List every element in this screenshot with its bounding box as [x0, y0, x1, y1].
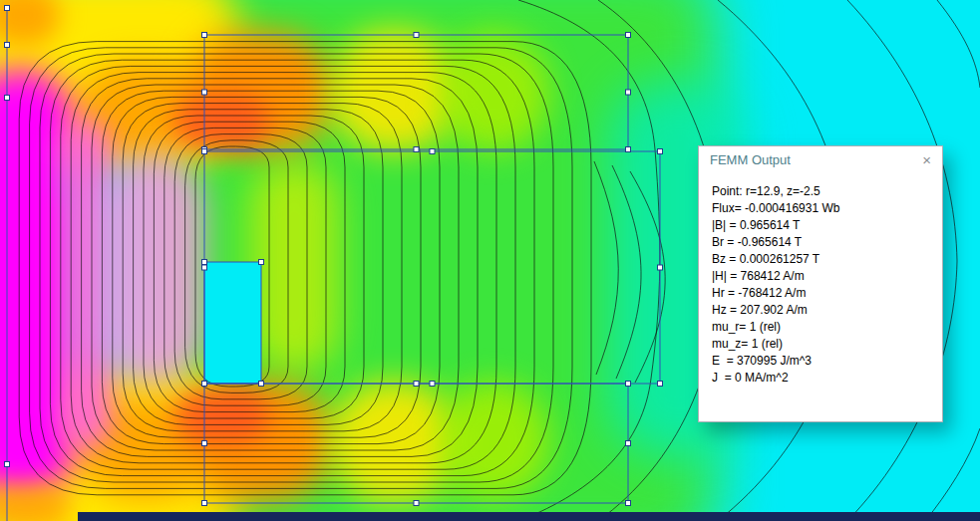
vertex-handle[interactable]: [5, 6, 10, 11]
flux-line: [612, 165, 641, 379]
vertex-handle[interactable]: [202, 501, 207, 506]
output-line: E = 370995 J/m^3: [712, 353, 942, 370]
vertex-handle[interactable]: [626, 33, 631, 38]
vertex-handle[interactable]: [430, 149, 435, 154]
flux-line: [30, 48, 572, 489]
flux-line: [937, 0, 980, 88]
femm-output-window[interactable]: FEMM Output × Point: r=12.9, z=-2.5Flux=…: [698, 145, 943, 422]
vertex-handle[interactable]: [202, 382, 207, 387]
vertex-handle[interactable]: [202, 90, 207, 95]
vertex-handle[interactable]: [5, 43, 10, 48]
output-line: Bz = 0.000261257 T: [712, 251, 942, 268]
vertex-handle[interactable]: [5, 96, 10, 101]
vertex-handle[interactable]: [658, 149, 663, 154]
flux-line: [925, 428, 980, 521]
flux-line: [71, 73, 496, 463]
output-line: |H| = 768412 A/m: [712, 268, 942, 285]
vertex-handle[interactable]: [202, 260, 207, 265]
top-plate-outline[interactable]: [204, 35, 628, 149]
vertex-handle[interactable]: [626, 382, 631, 387]
vertex-handle[interactable]: [626, 501, 631, 506]
air-gap-block: [204, 262, 261, 384]
flux-line: [82, 79, 478, 457]
window-frame-bottom: [78, 512, 980, 521]
vertex-handle[interactable]: [658, 265, 663, 270]
output-line: Hz = 207.902 A/m: [712, 302, 942, 319]
flux-line: [594, 161, 618, 375]
coil-outline[interactable]: [204, 151, 660, 384]
output-line: Hr = -768412 A/m: [712, 285, 942, 302]
close-icon[interactable]: ×: [922, 146, 931, 173]
output-line: J = 0 MA/m^2: [712, 370, 942, 387]
vertex-handle[interactable]: [202, 33, 207, 38]
vertex-handle[interactable]: [430, 382, 435, 387]
vertex-handle[interactable]: [202, 149, 207, 154]
flux-line: [518, 0, 660, 521]
window-titlebar[interactable]: FEMM Output ×: [699, 146, 942, 173]
vertex-handle[interactable]: [414, 501, 419, 506]
output-line: Br = -0.965614 T: [712, 234, 942, 251]
flux-line: [102, 91, 440, 443]
vertex-handle[interactable]: [658, 382, 663, 387]
vertex-handle[interactable]: [626, 441, 631, 446]
vertex-handle[interactable]: [414, 33, 419, 38]
vertex-handle[interactable]: [202, 441, 207, 446]
output-line: mu_z= 1 (rel): [712, 336, 942, 353]
femm-canvas[interactable]: FEMM Output × Point: r=12.9, z=-2.5Flux=…: [0, 0, 980, 521]
vertex-handle[interactable]: [5, 462, 10, 467]
output-line: Flux= -0.000416931 Wb: [712, 200, 942, 217]
output-line: Point: r=12.9, z=-2.5: [712, 183, 942, 200]
vertex-handle[interactable]: [414, 147, 419, 152]
vertex-handle[interactable]: [202, 265, 207, 270]
vertex-handle[interactable]: [259, 382, 264, 387]
output-line: mu_r= 1 (rel): [712, 319, 942, 336]
output-line: |B| = 0.965614 T: [712, 217, 942, 234]
bottom-plate-outline[interactable]: [204, 384, 628, 503]
vertex-handle[interactable]: [626, 147, 631, 152]
window-title: FEMM Output: [710, 152, 791, 167]
flux-line: [92, 85, 459, 450]
vertex-handle[interactable]: [259, 260, 264, 265]
flux-line: [40, 54, 553, 482]
vertex-handle[interactable]: [414, 382, 419, 387]
output-values: Point: r=12.9, z=-2.5Flux= -0.000416931 …: [699, 173, 942, 387]
vertex-handle[interactable]: [626, 90, 631, 95]
